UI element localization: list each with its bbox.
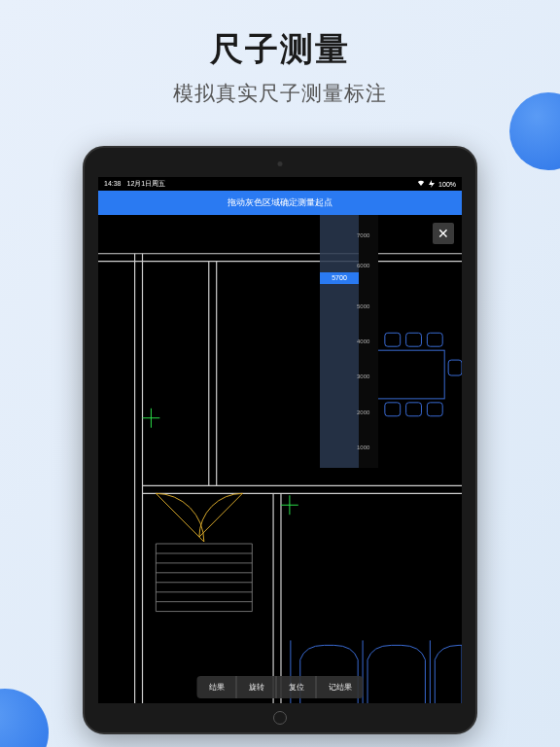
bottom-toolbar: 结果 旋转 复位 记结果 xyxy=(197,676,364,698)
tablet-screen: 14:38 12月1日周五 100% 拖动灰色区域确定测量起点 xyxy=(98,177,462,703)
decor-circle xyxy=(0,689,49,747)
close-button[interactable]: ✕ xyxy=(433,223,454,244)
ruler-tick-label: 2000 xyxy=(357,409,369,415)
cad-drawing xyxy=(98,215,462,703)
status-left: 14:38 12月1日周五 xyxy=(104,179,165,189)
ruler-tick-label: 5000 xyxy=(357,303,369,309)
battery-icon xyxy=(429,180,435,189)
svg-rect-15 xyxy=(385,403,401,416)
svg-rect-19 xyxy=(448,360,462,375)
toolbar-result-button[interactable]: 结果 xyxy=(197,676,237,698)
svg-rect-13 xyxy=(406,333,422,346)
svg-marker-0 xyxy=(429,180,435,188)
status-date: 12月1日周五 xyxy=(126,180,165,187)
hero-subtitle: 模拟真实尺子测量标注 xyxy=(0,80,560,107)
tablet-frame: 14:38 12月1日周五 100% 拖动灰色区域确定测量起点 xyxy=(83,146,477,734)
status-bar: 14:38 12月1日周五 100% xyxy=(98,177,462,191)
ruler-tick-label: 7000 xyxy=(357,232,369,238)
ruler-tick-label: 4000 xyxy=(357,338,369,344)
ruler-tick-label: 3000 xyxy=(357,374,369,379)
wifi-icon xyxy=(417,180,425,188)
svg-rect-12 xyxy=(385,333,401,346)
ruler-tick-label: 1000 xyxy=(357,445,369,450)
ruler-value-badge: 5700 xyxy=(320,272,359,284)
tablet-camera xyxy=(278,161,283,166)
tip-bar: 拖动灰色区域确定测量起点 xyxy=(98,191,462,215)
tablet-home-button[interactable] xyxy=(273,711,287,725)
toolbar-record-button[interactable]: 记结果 xyxy=(317,676,364,698)
status-battery: 100% xyxy=(438,181,456,188)
ruler-scale[interactable]: 7000 6000 5700 5000 4000 3000 2000 1000 xyxy=(359,215,378,468)
status-right: 100% xyxy=(417,180,456,189)
ruler-tick-label: 6000 xyxy=(357,263,369,268)
svg-rect-11 xyxy=(377,350,444,399)
toolbar-rotate-button[interactable]: 旋转 xyxy=(237,676,277,698)
svg-rect-14 xyxy=(427,333,442,346)
svg-rect-17 xyxy=(427,403,442,416)
toolbar-reset-button[interactable]: 复位 xyxy=(277,676,317,698)
status-time: 14:38 xyxy=(104,180,122,187)
svg-rect-16 xyxy=(406,403,422,416)
hero-title: 尺子测量 xyxy=(0,27,560,72)
cad-canvas[interactable]: 7000 6000 5700 5000 4000 3000 2000 1000 … xyxy=(98,215,462,703)
ruler-drag-handle[interactable] xyxy=(320,215,359,468)
